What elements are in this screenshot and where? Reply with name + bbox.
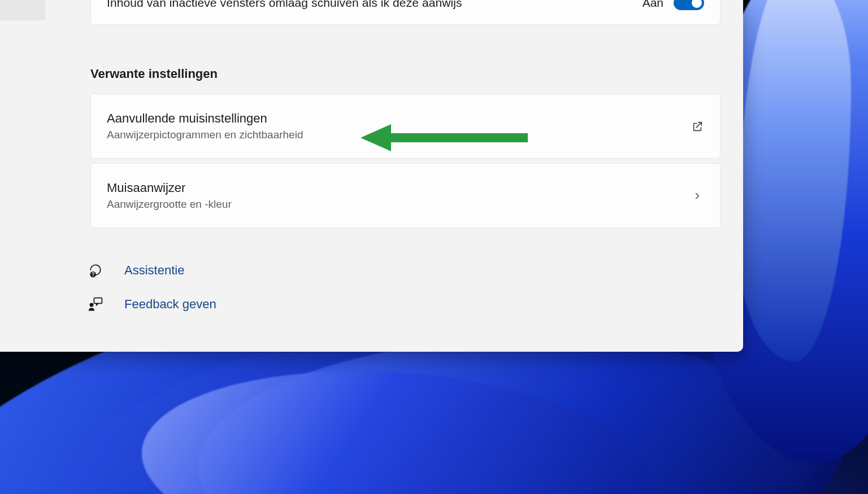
link-label: Assistentie <box>124 263 184 278</box>
card-title: Aanvullende muisinstellingen <box>107 111 303 126</box>
help-icon <box>87 262 104 279</box>
chevron-right-icon <box>691 189 704 203</box>
open-external-icon <box>691 120 704 133</box>
sidebar-fragment <box>0 0 45 20</box>
svg-point-3 <box>90 303 94 307</box>
setting-scroll-inactive[interactable]: Inhoud van inactieve vensters omlaag sch… <box>90 0 721 25</box>
link-label: Feedback geven <box>124 297 216 312</box>
link-assistance[interactable]: Assistentie <box>87 262 721 279</box>
setting-title: Inhoud van inactieve vensters omlaag sch… <box>107 0 462 10</box>
feedback-icon <box>87 296 104 313</box>
section-header-related: Verwante instellingen <box>90 67 721 81</box>
card-title: Muisaanwijzer <box>107 181 232 195</box>
toggle-state-label: Aan <box>643 0 663 10</box>
svg-point-1 <box>93 276 94 277</box>
card-additional-mouse-settings[interactable]: Aanvullende muisinstellingen Aanwijzerpi… <box>90 94 721 159</box>
card-subtitle: Aanwijzergrootte en -kleur <box>107 198 232 211</box>
svg-rect-2 <box>94 298 102 304</box>
link-feedback[interactable]: Feedback geven <box>87 296 721 313</box>
toggle-switch[interactable] <box>674 0 704 10</box>
card-mouse-pointer[interactable]: Muisaanwijzer Aanwijzergrootte en -kleur <box>90 163 721 228</box>
card-subtitle: Aanwijzerpictogrammen en zichtbaarheid <box>107 129 303 141</box>
settings-window: Inhoud van inactieve vensters omlaag sch… <box>0 0 743 352</box>
